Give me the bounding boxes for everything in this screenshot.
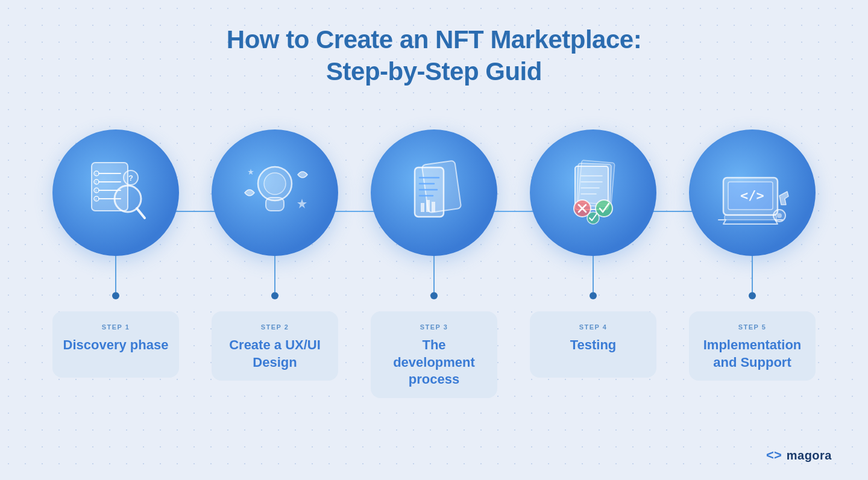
svg-text:?: ? (128, 173, 133, 182)
step-3-title: The development process (380, 337, 488, 388)
step-2-vline (274, 256, 275, 292)
svg-rect-30 (432, 202, 435, 212)
logo: <> magora (766, 447, 832, 463)
step-4-circle (530, 129, 656, 256)
step-5-label: STEP 5 (738, 323, 767, 331)
step-4-title: Testing (570, 337, 617, 354)
step-3-card: STEP 3 The development process (371, 311, 497, 398)
step-2-circle (212, 129, 338, 256)
step-4-vline (593, 256, 594, 292)
step-3-circle (371, 129, 497, 256)
logo-icon: <> (766, 447, 782, 463)
svg-rect-19 (266, 198, 284, 211)
svg-point-48 (777, 213, 782, 218)
step-5-card: STEP 5 Implementation and Support (689, 311, 816, 381)
svg-marker-20 (297, 199, 307, 208)
step-3-vline (433, 256, 435, 292)
step-1-circle: 1 2 3 4 ? (52, 129, 179, 256)
svg-text:1: 1 (95, 172, 97, 176)
svg-text:</>: </> (740, 188, 764, 203)
step-2: STEP 2 Create a UX/UI Design (195, 129, 354, 381)
page-wrapper: How to Create an NFT Marketplace: Step-b… (0, 0, 868, 480)
page-title: How to Create an NFT Marketplace: Step-b… (227, 24, 641, 87)
step-3-label: STEP 3 (420, 323, 448, 331)
step-3-dot (430, 292, 438, 299)
step-1-dot (112, 292, 119, 299)
svg-text:4: 4 (95, 198, 97, 201)
svg-text:2: 2 (95, 181, 97, 184)
svg-rect-46 (725, 215, 776, 220)
step-5-vline (752, 256, 753, 292)
svg-line-14 (137, 208, 145, 218)
step-1-card: STEP 1 Discovery phase (52, 311, 179, 378)
step-1-vline (115, 256, 116, 292)
step-1: 1 2 3 4 ? (36, 129, 195, 378)
step-4-card: STEP 4 Testing (530, 311, 656, 378)
svg-marker-21 (248, 169, 254, 175)
step-2-label: STEP 2 (261, 323, 289, 331)
step-2-dot (271, 292, 278, 299)
step-2-title: Create a UX/UI Design (221, 337, 329, 371)
step-1-title: Discovery phase (63, 337, 169, 354)
svg-rect-28 (421, 203, 424, 212)
steps-container: 1 2 3 4 ? (36, 129, 832, 398)
step-4-dot (590, 292, 597, 299)
step-4-label: STEP 4 (579, 323, 608, 331)
svg-rect-29 (426, 200, 430, 212)
step-4: STEP 4 Testing (514, 129, 673, 378)
step-3: STEP 3 The development process (354, 129, 514, 398)
step-2-card: STEP 2 Create a UX/UI Design (212, 311, 338, 381)
svg-text:3: 3 (95, 189, 97, 193)
svg-point-18 (264, 173, 286, 195)
step-5-title: Implementation and Support (699, 337, 806, 371)
step-5-circle: </> (689, 129, 816, 256)
step-5-dot (749, 292, 756, 299)
step-1-label: STEP 1 (102, 323, 130, 331)
step-5: </> STEP 5 Implementation and Support (673, 129, 832, 381)
logo-text: magora (787, 449, 832, 463)
